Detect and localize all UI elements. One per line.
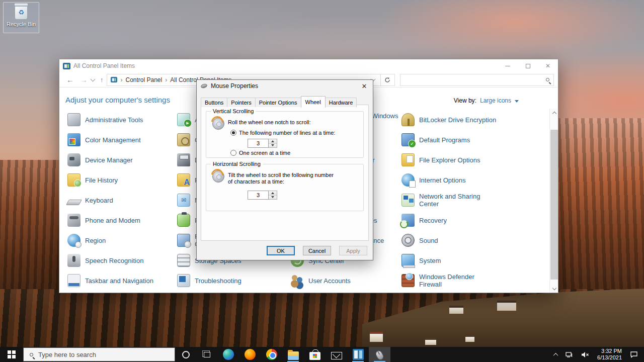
file-explorer-taskbar-button[interactable] (282, 347, 304, 362)
control-panel-item[interactable]: Internet Options (401, 170, 510, 190)
view-by-dropdown[interactable]: Large icons (480, 97, 511, 104)
mail-taskbar-button[interactable] (326, 347, 347, 362)
firewall-icon (401, 274, 415, 287)
spin-down-button[interactable] (269, 195, 277, 200)
refresh-button[interactable] (381, 74, 395, 86)
edge-taskbar-button[interactable] (217, 347, 239, 362)
mouse-settings-icon (374, 349, 384, 361)
dialog-tabs: ButtonsPointersPointer OptionsWheelHardw… (201, 96, 356, 107)
troubleshoot-icon (177, 274, 190, 287)
radio-one-screen[interactable] (230, 150, 236, 156)
scroll-down-button[interactable] (550, 285, 558, 293)
start-button[interactable] (0, 347, 23, 362)
vertical-scroll-description: Roll the wheel one notch to scroll: (228, 119, 310, 126)
control-panel-item[interactable]: Device Manager (67, 150, 176, 170)
tab-hardware[interactable]: Hardware (325, 98, 357, 107)
breadcrumb-item-control-panel[interactable]: Control Panel (126, 76, 163, 83)
control-panel-item[interactable]: BitLocker Drive Encryption (401, 110, 510, 130)
control-panel-icon (353, 349, 364, 360)
scrollbar-thumb[interactable] (550, 130, 558, 280)
control-panel-item[interactable]: Network and Sharing Center (401, 190, 510, 210)
system-tray: 3:32 PM 6/13/2021 (551, 347, 644, 362)
recycle-bin-shortcut[interactable]: ♻ Recycle Bin (3, 2, 39, 33)
cortana-button[interactable] (175, 347, 196, 362)
chevron-down-icon[interactable] (515, 100, 519, 103)
tab-wheel[interactable]: Wheel (301, 96, 326, 108)
control-panel-item[interactable]: Administrative Tools (67, 110, 176, 130)
task-view-icon (204, 352, 210, 357)
control-panel-item-label: Device Manager (85, 156, 133, 164)
control-panel-item[interactable]: System (401, 250, 510, 270)
ok-button[interactable]: OK (267, 246, 295, 255)
taskbar-clock[interactable]: 3:32 PM 6/13/2021 (594, 348, 625, 361)
window-search-input[interactable] (405, 76, 546, 83)
control-panel-item-label: System (419, 257, 441, 264)
volume-button[interactable] (578, 347, 592, 362)
control-panel-item[interactable]: Windows Defender Firewall (401, 270, 510, 291)
radio-screen-label: One screen at a time (239, 150, 290, 156)
control-panel-item[interactable]: Recovery (401, 210, 510, 230)
apply-button[interactable]: Apply (339, 246, 367, 255)
spin-up-button[interactable] (269, 191, 277, 195)
network-button[interactable] (562, 347, 576, 362)
spin-down-button[interactable] (269, 143, 277, 148)
search-icon (546, 78, 549, 81)
control-panel-item[interactable]: Speech Recognition (67, 250, 176, 270)
chrome-icon (266, 349, 277, 360)
spin-up-button[interactable] (269, 139, 277, 143)
vertical-scrollbar[interactable] (549, 109, 558, 293)
taskbar-search-box[interactable]: Type here to search (23, 347, 175, 361)
items-column-4: BitLocker Drive EncryptionDefault Progra… (401, 110, 510, 291)
lines-count-input[interactable] (248, 139, 269, 148)
sound-icon (401, 234, 415, 247)
page-title: Adjust your computer's settings (65, 96, 170, 104)
radio-lines-at-a-time[interactable] (230, 130, 236, 136)
mail-icon (331, 352, 342, 359)
control-panel-item[interactable]: Region (67, 230, 176, 250)
recent-pages-chevron-icon[interactable] (91, 76, 96, 81)
control-panel-item-label: Network and Sharing Center (419, 193, 480, 208)
control-panel-item[interactable]: Sound (401, 230, 510, 250)
search-icon (30, 353, 33, 356)
maximize-button[interactable] (518, 59, 538, 72)
horizontal-scrolling-group: Horizontal Scrolling Tilt the wheel to s… (206, 164, 364, 211)
window-search-box[interactable] (400, 74, 554, 86)
dialog-close-button[interactable]: ✕ (356, 80, 373, 92)
control-panel-item[interactable]: Keyboard (67, 190, 176, 210)
firefox-taskbar-button[interactable] (239, 347, 261, 362)
chrome-taskbar-button[interactable] (261, 347, 282, 362)
background-house (465, 335, 474, 342)
control-panel-taskbar-button[interactable] (347, 347, 369, 362)
close-button[interactable]: ✕ (538, 59, 558, 72)
control-panel-item[interactable]: File History (67, 170, 176, 190)
control-panel-item[interactable]: User Accounts (291, 270, 399, 291)
control-panel-item[interactable]: File Explorer Options (401, 150, 510, 170)
tab-pointers[interactable]: Pointers (227, 98, 255, 107)
mouse-settings-taskbar-button[interactable] (369, 347, 390, 362)
recycle-bin-label: Recycle Bin (7, 21, 36, 27)
control-panel-item-label: Recovery (419, 217, 447, 224)
spin-down-icon (271, 144, 274, 146)
tab-buttons[interactable]: Buttons (201, 98, 227, 107)
forward-button[interactable]: → (80, 75, 88, 84)
control-panel-item[interactable]: Color Management (67, 130, 176, 150)
action-center-button[interactable] (627, 347, 641, 362)
control-panel-item[interactable]: Troubleshooting (177, 270, 285, 291)
scroll-up-button[interactable] (550, 109, 558, 117)
tab-pointer-options[interactable]: Pointer Options (255, 98, 301, 107)
up-button[interactable]: ↑ (100, 76, 104, 83)
control-panel-item[interactable]: Taskbar and Navigation (67, 270, 176, 291)
characters-count-input[interactable] (248, 191, 269, 200)
back-button[interactable]: ← (66, 75, 74, 84)
control-panel-item-label: BitLocker Drive Encryption (419, 116, 496, 124)
background-house (425, 338, 436, 345)
control-panel-item[interactable]: Default Programs (401, 130, 510, 150)
show-hidden-icons-button[interactable] (551, 347, 560, 362)
cancel-button[interactable]: Cancel (303, 246, 331, 255)
minimize-button[interactable] (498, 59, 518, 72)
inetopt-icon (401, 173, 415, 187)
control-panel-item[interactable]: Phone and Modem (67, 210, 176, 230)
store-taskbar-button[interactable] (304, 347, 326, 362)
task-view-button[interactable] (196, 347, 217, 362)
firefox-icon (245, 349, 256, 360)
